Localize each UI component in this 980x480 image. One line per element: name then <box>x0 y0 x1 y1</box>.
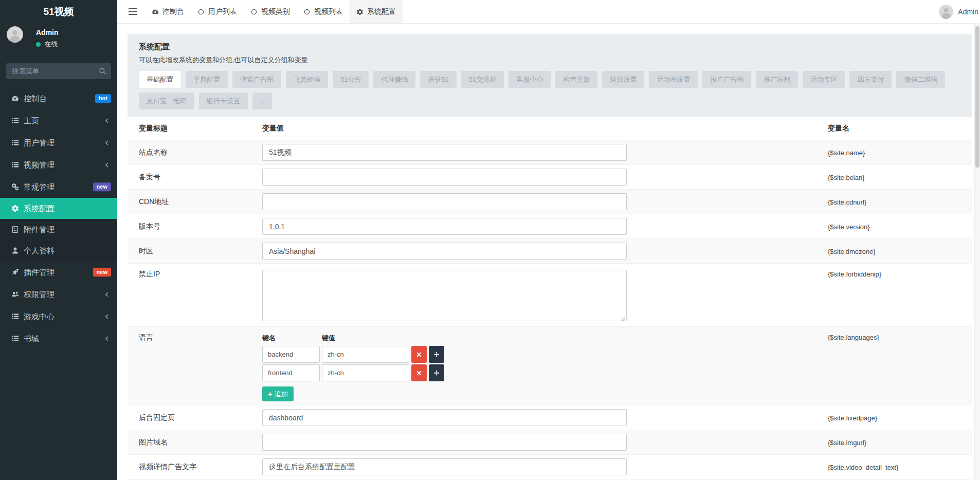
kv-value-input[interactable] <box>322 364 409 381</box>
group-tab[interactable]: 字典配置 <box>186 71 228 88</box>
delete-row-button[interactable] <box>411 346 427 363</box>
list-icon <box>11 117 19 124</box>
group-tab[interactable]: 银行卡设置 <box>199 93 248 109</box>
col-header-name: 变量名 <box>816 117 972 140</box>
list-icon <box>11 139 19 146</box>
add-group-tab-button[interactable]: + <box>252 93 272 109</box>
topbar-tab[interactable]: 视频列表 <box>297 0 350 23</box>
config-value-input[interactable] <box>262 458 627 475</box>
sidebar-item[interactable]: 附件管理 <box>0 219 117 240</box>
variable-value-cell: 键名 键值 +追加 <box>251 327 816 405</box>
topbar-tab[interactable]: 视频类别 <box>244 0 297 23</box>
dashboard-icon <box>152 8 159 15</box>
sidebar-item[interactable]: 权限管理 <box>0 283 117 305</box>
append-button-label: 追加 <box>275 390 288 399</box>
topbar-tab-label: 视频列表 <box>314 7 343 16</box>
group-tab[interactable]: 检查更新 <box>555 71 597 88</box>
topbar-tab[interactable]: 系统配置 <box>350 0 403 23</box>
group-tab[interactable]: 四方支付 <box>849 71 892 88</box>
config-value-input[interactable] <box>262 193 627 210</box>
group-tab[interactable]: 抖拍设置 <box>602 71 644 88</box>
sidebar-item-label: 书城 <box>24 334 39 343</box>
kv-key-input[interactable] <box>262 346 320 363</box>
list-icon <box>11 335 19 342</box>
config-value-input[interactable] <box>262 169 627 186</box>
group-tab[interactable]: 代理赚钱 <box>373 71 415 88</box>
group-tab[interactable]: 51交流群 <box>461 71 504 88</box>
group-tab[interactable]: 推广福利 <box>756 71 798 88</box>
variable-name: {$site.languages} <box>828 334 879 341</box>
sidebar-item[interactable]: 常规管理new <box>0 176 117 198</box>
kv-value-input[interactable] <box>322 346 409 363</box>
config-row: 站点名称 {$site.name} <box>128 140 972 165</box>
group-tab[interactable]: 弹窗广告图 <box>232 71 281 88</box>
sidebar-item[interactable]: 书城 <box>0 327 117 349</box>
group-tab[interactable]: 微信二维码 <box>896 71 945 88</box>
sidebar-item-label: 视频管理 <box>24 160 55 169</box>
group-tab[interactable]: 客服中心 <box>509 71 551 88</box>
new-badge: new <box>93 182 111 192</box>
rocket-icon <box>11 268 19 276</box>
config-row: 版本号 {$site.version} <box>128 214 972 239</box>
sidebar-item[interactable]: 主页 <box>0 109 117 132</box>
topbar-tab[interactable]: 用户列表 <box>191 0 244 23</box>
sidebar-item[interactable]: 个人资料 <box>0 240 117 261</box>
kv-key-input[interactable] <box>262 364 320 381</box>
group-tab[interactable]: 支付宝二维码 <box>139 93 194 109</box>
topbar-user-name: Admin <box>958 8 978 16</box>
scrollbar-thumb[interactable] <box>975 26 979 168</box>
sidebar-item[interactable]: 控制台hot <box>0 87 117 109</box>
user-status: 在线 <box>36 40 58 49</box>
topbar-user[interactable]: Admin <box>939 0 978 23</box>
dashboard-icon <box>11 95 19 102</box>
move-row-button[interactable] <box>429 346 444 363</box>
append-button[interactable]: +追加 <box>262 386 294 401</box>
delete-row-button[interactable] <box>411 364 427 381</box>
sidebar-item[interactable]: 系统配置 <box>0 198 117 219</box>
user-panel: Admin 在线 <box>0 24 117 61</box>
config-value-textarea[interactable] <box>262 270 627 321</box>
group-tab[interactable]: 51公告 <box>333 71 369 88</box>
menu-toggle-icon[interactable] <box>129 8 137 15</box>
search-icon[interactable] <box>99 67 106 75</box>
chevron-left-icon <box>103 117 111 124</box>
page-description: 可以在此增改系统的变量和分组,也可以自定义分组和变量 <box>139 56 960 65</box>
topbar-tab-label: 控制台 <box>162 7 184 16</box>
variable-name: {$site.forbiddenip} <box>828 270 881 278</box>
group-tab[interactable]: 进驻51 <box>420 71 456 88</box>
sidebar-item-label: 用户管理 <box>24 138 55 147</box>
search-input[interactable] <box>6 63 111 79</box>
config-value-input[interactable] <box>262 434 627 451</box>
config-value-input[interactable] <box>262 243 627 260</box>
config-value-input[interactable] <box>262 409 627 426</box>
group-tab[interactable]: 启动图设置 <box>649 71 698 88</box>
vertical-scrollbar[interactable] <box>974 23 980 480</box>
variable-name: {$site.video_detail_text} <box>828 464 898 471</box>
topbar-tab-label: 系统配置 <box>367 7 396 16</box>
sidebar-item[interactable]: 用户管理 <box>0 132 117 154</box>
variable-title: 备案号 <box>128 165 251 190</box>
chevron-left-icon <box>103 291 111 298</box>
new-badge: new <box>93 268 111 277</box>
config-value-input[interactable] <box>262 144 627 161</box>
user-avatar <box>7 26 23 43</box>
variable-name: {$site.imgurl} <box>828 439 866 447</box>
sidebar-item[interactable]: 视频管理 <box>0 154 117 176</box>
variable-title: 站点名称 <box>128 140 251 165</box>
group-tab[interactable]: 飞鸽短信 <box>286 71 328 88</box>
gear-icon <box>11 205 19 212</box>
group-tab[interactable]: 活动专区 <box>803 71 845 88</box>
sidebar-item[interactable]: 插件管理new <box>0 261 117 283</box>
group-tab[interactable]: 基础配置 <box>139 71 181 88</box>
config-value-input[interactable] <box>262 218 627 235</box>
list-icon <box>11 312 19 320</box>
variable-value-cell <box>251 140 816 165</box>
move-icon <box>433 370 440 376</box>
sidebar-item[interactable]: 游戏中心 <box>0 305 117 327</box>
variable-value-cell <box>251 430 816 455</box>
config-row: 备案号 {$site.beian} <box>128 165 972 190</box>
group-tab[interactable]: 推广广告图 <box>702 71 751 88</box>
move-row-button[interactable] <box>429 364 444 381</box>
cogs-icon <box>11 183 19 191</box>
topbar-tab[interactable]: 控制台 <box>145 0 191 23</box>
